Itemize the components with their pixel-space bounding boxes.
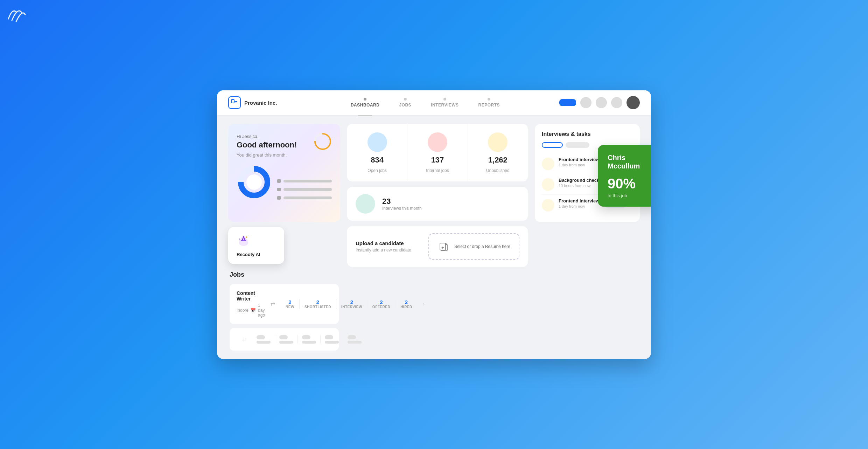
header-dot-1[interactable] xyxy=(580,97,592,108)
header-actions xyxy=(559,96,640,109)
skeleton-stat-3 xyxy=(298,335,321,344)
interview-bubble xyxy=(356,194,375,214)
header: Provanic Inc. DASHBOARD JOBS INTERVIEWS … xyxy=(217,90,651,116)
upload-file-icon xyxy=(438,240,450,253)
interviews-card: 23 Interviews this month xyxy=(347,187,528,221)
sk2 xyxy=(279,335,288,339)
nav-tab-interviews[interactable]: INTERVIEWS xyxy=(421,90,468,116)
nav-tab-reports[interactable]: REPORTS xyxy=(469,90,510,116)
task-time-3: 1 day from now xyxy=(559,204,600,208)
ai-label: Recooty AI xyxy=(237,252,276,257)
ai-card[interactable]: Recooty AI xyxy=(228,227,284,264)
task-name-3: Frontend interview xyxy=(559,198,600,203)
logo-area: Provanic Inc. xyxy=(228,96,291,109)
tasks-title: Interviews & tasks xyxy=(542,131,633,137)
skeleton-stat-4 xyxy=(321,335,343,344)
bar-dot-1 xyxy=(277,179,281,183)
job-info: Content Writer Indore 📅 1 day ago xyxy=(237,290,265,318)
nav-tab-reports-label: REPORTS xyxy=(478,103,500,108)
tasks-tab-active[interactable] xyxy=(542,142,563,148)
bar-dot-2 xyxy=(277,188,281,191)
stat-card-unpublished: 1,262 Unpublished xyxy=(468,124,528,181)
center-panel: 834 Open jobs 137 Internal jobs 1,262 Un… xyxy=(347,124,528,351)
tasks-tab-inactive[interactable] xyxy=(566,142,589,148)
upload-dropzone[interactable]: Select or drop a Resume here xyxy=(428,233,519,260)
stat-label-internal: Internal jobs xyxy=(426,168,449,173)
decorative-squiggle xyxy=(6,6,27,26)
job-card-content-writer: Content Writer Indore 📅 1 day ago ⇄ 2 NE… xyxy=(230,284,339,324)
interviews-label: Interviews this month xyxy=(382,206,422,211)
skeleton-stat-1 xyxy=(252,335,275,344)
chris-name: Chris Mccullum xyxy=(608,153,651,170)
tab-dot-dashboard xyxy=(364,98,366,101)
sk3l xyxy=(302,341,316,344)
chris-percent: 90% xyxy=(608,176,651,192)
jobs-section-title: Jobs xyxy=(230,271,339,278)
job-location: Indore xyxy=(237,308,248,313)
upload-info: Upload a candidate Instantly add a new c… xyxy=(356,240,423,253)
header-dot-3[interactable] xyxy=(611,97,622,108)
sk3 xyxy=(302,335,310,339)
bar-row-2 xyxy=(277,188,332,191)
job-stat-shortlisted: 2 SHORTLISTED xyxy=(300,299,336,309)
svg-rect-0 xyxy=(231,99,234,103)
ai-card-spacer: Recooty AI xyxy=(228,222,340,243)
stat-label-open: Open jobs xyxy=(368,168,387,173)
tab-dot-reports xyxy=(488,98,490,101)
job-title: Content Writer xyxy=(237,290,265,302)
company-name: Provanic Inc. xyxy=(244,100,277,106)
header-dot-2[interactable] xyxy=(596,97,607,108)
refresh-icon[interactable]: ⇄ xyxy=(271,301,275,307)
job-stat-new-num: 2 xyxy=(288,299,291,305)
sk4 xyxy=(325,335,333,339)
sk2l xyxy=(279,341,293,344)
bar-track-3 xyxy=(284,196,332,199)
tab-dot-jobs xyxy=(404,98,407,101)
svg-point-5 xyxy=(246,174,262,190)
primary-action-button[interactable] xyxy=(559,99,576,106)
chris-card: Chris Mccullum 90% to this job xyxy=(598,145,651,207)
right-panel: Interviews & tasks Frontend interview 1 … xyxy=(535,124,640,351)
bar-chart-mini xyxy=(277,176,332,200)
bar-row-3 xyxy=(277,196,332,200)
tab-dot-interviews xyxy=(443,98,446,101)
welcome-chart-area xyxy=(237,165,332,200)
job-stat-new-label: NEW xyxy=(286,305,294,309)
welcome-subtitle: You did great this month. xyxy=(237,152,332,158)
job-time-ago: 1 day ago xyxy=(258,303,265,318)
task-dot-3 xyxy=(542,199,554,212)
calendar-icon: 📅 xyxy=(251,308,256,313)
nav-tab-jobs-label: JOBS xyxy=(399,103,411,108)
stat-num-internal: 137 xyxy=(431,156,444,165)
stat-bubble-internal xyxy=(428,132,447,152)
user-avatar[interactable] xyxy=(626,96,640,109)
donut-chart xyxy=(237,165,272,200)
stat-num-open: 834 xyxy=(371,156,384,165)
bar-track-2 xyxy=(284,188,332,191)
bar-track-1 xyxy=(284,180,332,182)
job-meta: Indore 📅 1 day ago xyxy=(237,303,265,318)
job-stat-shortlisted-num: 2 xyxy=(316,299,319,305)
ai-icon xyxy=(237,234,276,249)
stat-label-unpublished: Unpublished xyxy=(486,168,510,173)
stat-card-internal-jobs: 137 Internal jobs xyxy=(407,124,468,181)
nav-tabs: DASHBOARD JOBS INTERVIEWS REPORTS xyxy=(300,90,551,116)
nav-tab-interviews-label: INTERVIEWS xyxy=(431,103,458,108)
sk1 xyxy=(257,335,265,339)
nav-tab-jobs[interactable]: JOBS xyxy=(389,90,421,116)
stat-bubble-unpublished xyxy=(488,132,507,152)
interviews-num: 23 xyxy=(382,197,422,206)
bar-row-1 xyxy=(277,179,332,183)
jobs-section: Jobs Content Writer Indore 📅 1 day ago ⇄ xyxy=(228,271,340,351)
skeleton-job-card: ⇄ xyxy=(230,328,339,351)
task-dot-1 xyxy=(542,158,554,170)
nav-tab-dashboard[interactable]: DASHBOARD xyxy=(341,90,390,116)
main-content: Hi Jessica. Good afternoon! You did grea… xyxy=(217,116,651,359)
bar-dot-3 xyxy=(277,196,281,200)
job-stat-shortlisted-label: SHORTLISTED xyxy=(304,305,331,309)
stat-num-unpublished: 1,262 xyxy=(488,156,507,165)
nav-tab-dashboard-label: DASHBOARD xyxy=(351,103,380,108)
task-dot-2 xyxy=(542,178,554,191)
sk4l xyxy=(325,341,339,344)
upload-dropzone-text: Select or drop a Resume here xyxy=(454,244,510,249)
